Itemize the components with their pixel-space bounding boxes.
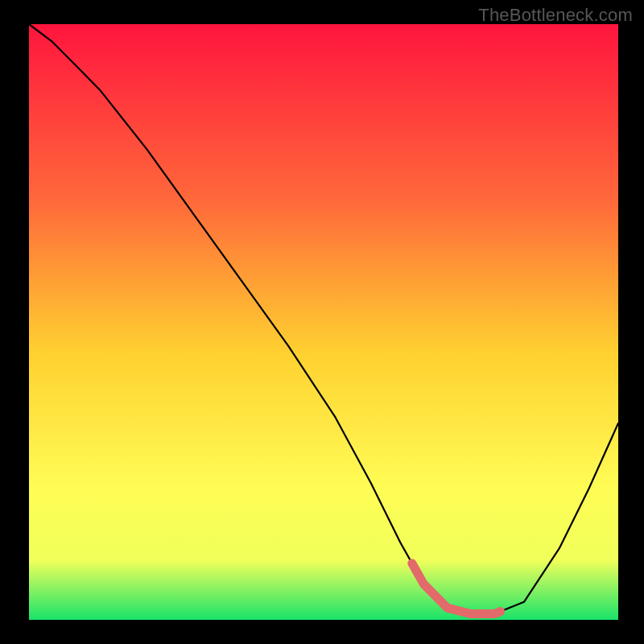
bottleneck-chart (0, 0, 644, 644)
chart-frame: TheBottleneck.com (0, 0, 644, 644)
gradient-background (29, 24, 618, 620)
